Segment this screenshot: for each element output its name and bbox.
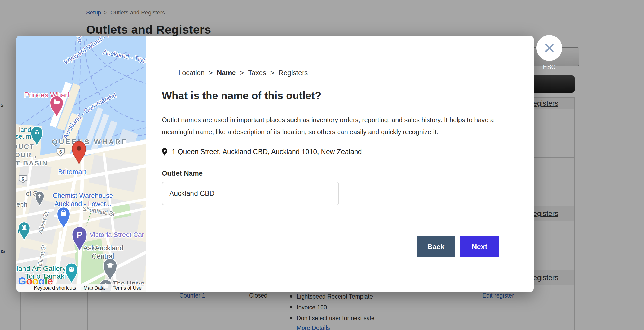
wizard-description: Outlet names are used in important place… <box>162 114 514 138</box>
location-pin-icon <box>162 148 167 156</box>
map-label-queens-wharf: QUEENS WHARF <box>52 138 128 146</box>
terms-of-use-link[interactable]: Terms of Use <box>113 285 142 291</box>
map-label-art-gallery-line1: kland Art Gallery <box>16 265 66 273</box>
address-row: 1 Queen Street, Auckland CBD, Auckland 1… <box>162 148 362 156</box>
step-taxes[interactable]: Taxes <box>248 69 266 77</box>
wizard-steps: Location > Name > Taxes > Registers <box>178 69 308 77</box>
wizard-title: What is the name of this outlet? <box>162 90 321 102</box>
next-button[interactable]: Next <box>460 236 499 257</box>
map-label-museum-line1: land <box>19 126 31 133</box>
step-separator: > <box>240 69 244 77</box>
map-label-princes-wharf: Princes Wharf <box>24 91 69 99</box>
route-6-number: 6 <box>22 176 24 182</box>
outlet-name-label: Outlet Name <box>162 170 203 177</box>
map-data-link[interactable]: Map Data <box>84 285 105 291</box>
map-label-museum-line2: seum <box>16 133 31 140</box>
footer-divider <box>107 285 107 290</box>
map-label-viaduct-line3: T BASIN <box>16 159 48 167</box>
map-panel[interactable]: Wynyard Wharf - Ke Auckland - Tryp Au Au… <box>16 36 146 292</box>
keyboard-shortcuts-link[interactable]: Keyboard shortcuts <box>34 285 76 291</box>
step-separator: > <box>270 69 275 77</box>
map-label-victoria-carpark: Victoria Street Car <box>90 231 144 239</box>
map-label-stjoseph-line2: seph <box>16 201 27 208</box>
outlet-wizard-modal: Wynyard Wharf - Ke Auckland - Tryp Au Au… <box>16 36 534 292</box>
parking-pin-letter: P <box>77 230 82 240</box>
map-label-viaduct-line2: BOUR , <box>16 151 37 159</box>
esc-label: ESC <box>536 63 562 71</box>
close-button[interactable] <box>536 35 562 61</box>
map-label-viaduct-line1: DUCT <box>16 143 34 150</box>
map-label-askauckland-line1: AskAuckland <box>83 244 123 252</box>
map-footer: Keyboard shortcuts Map Data Terms of Use <box>16 284 146 292</box>
map-canvas: Wynyard Wharf - Ke Auckland - Tryp Au Au… <box>16 36 146 292</box>
back-button[interactable]: Back <box>417 236 455 257</box>
route-6-number: 6 <box>59 149 62 155</box>
step-location[interactable]: Location <box>178 69 205 77</box>
close-icon <box>536 35 562 61</box>
address-text: 1 Queen Street, Auckland CBD, Auckland 1… <box>172 148 362 156</box>
step-name[interactable]: Name <box>217 69 236 77</box>
outlet-name-input[interactable] <box>162 182 339 205</box>
step-registers[interactable]: Registers <box>279 69 308 77</box>
step-separator: > <box>209 69 213 77</box>
map-label-chemist-line1: Chemist Warehouse <box>53 192 113 199</box>
map-label-britomart: Britomart <box>58 168 86 176</box>
